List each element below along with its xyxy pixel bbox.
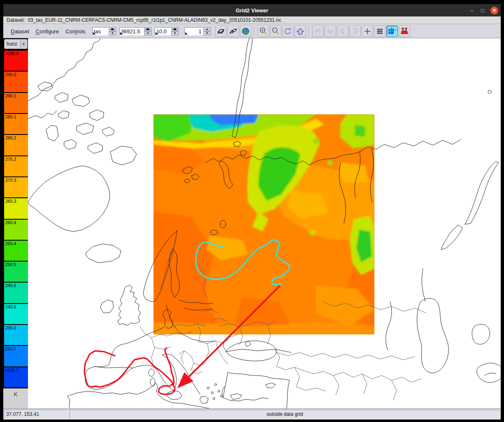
step-horizontal-icon[interactable]: ◀▶ [109,27,116,31]
home-button[interactable] [295,26,306,37]
step-down-icon[interactable]: ▼ [172,31,179,35]
step-down-icon[interactable]: ▼ [109,31,116,35]
page-up-button[interactable] [312,26,324,37]
zoom-out-icon [271,27,280,36]
colorbar-units-box: K [3,388,28,408]
colorbar-level: 270.3 [4,177,28,197]
rotate-button[interactable] [282,26,294,37]
zoom-out-button[interactable] [270,26,281,37]
colorbar-level: 295.0 [4,72,28,92]
left-panel: horiz ▼ >295.0295.0290.1285.1280.2275.22… [3,38,28,408]
frame-spinner[interactable]: ▲▼ [204,27,211,35]
dataset-bar: Dataset: 03_tas_EUR-11_CNRM-CERFACS-CNRM… [3,16,501,24]
colorbar-level: 290.1 [4,93,28,113]
colorbar-level-label: >295.0 [5,51,19,56]
variable-stepper[interactable]: ◀▶▼ [109,27,116,35]
page-down-button[interactable] [325,26,336,37]
frame-field[interactable]: 1 [184,27,203,35]
level-stepper[interactable]: ◀▶▼ [172,27,179,35]
time-field[interactable]: 36921.5 [119,27,144,35]
time-stepper[interactable]: ◀▶▼ [144,27,151,35]
colorbar-level-label: 255.4 [5,241,16,246]
close-button[interactable]: ✕ [490,7,498,14]
icon-bar [215,26,411,37]
colorbar-level-label: 250.5 [5,262,16,267]
toolbar: DatasetConfigureControls tas ◀▶▼ 36921.5… [3,24,501,38]
animation-robot-button[interactable] [399,26,410,37]
app-window: Grid2 Viewer – □ ✕ Dataset: 03_tas_EUR-1… [3,4,501,420]
window-title: Grid2 Viewer [3,7,501,14]
colorbar-level-label: 260.4 [5,220,16,225]
colorbar-level: 265.3 [4,198,28,218]
colorbar-level-label: 295.0 [5,72,16,77]
horizontal-plane-icon [217,27,225,35]
maximize-button[interactable]: □ [480,7,485,14]
horizontal-plane-button[interactable] [215,26,227,37]
variable-field-group: tas ◀▶▼ [92,27,116,35]
variable-field[interactable]: tas [92,27,109,35]
frame-field-group: 1 ▲▼ [184,27,211,35]
map-canvas[interactable] [28,38,501,408]
colorbar-level: 245.5 [4,283,28,303]
page-left-button[interactable] [337,26,348,37]
menu-bar: DatasetConfigureControls [7,28,89,35]
zoom-in-button[interactable] [258,26,269,37]
grid-icon [375,27,384,36]
add-button[interactable] [362,26,373,37]
chevron-down-icon[interactable]: ▼ [20,40,27,48]
view-mode-dropdown[interactable]: horiz ▼ [4,39,28,49]
grid-button[interactable] [374,26,386,37]
view-mode-value: horiz [5,41,20,47]
colormap-editor-icon [388,27,397,36]
colorbar-level-label: 270.3 [5,178,16,183]
dataset-filename: 03_tas_EUR-11_CNRM-CERFACS-CNRM-CM5_rcp8… [28,17,281,23]
home-icon [296,27,305,36]
colorbar-level-label: 265.3 [5,199,16,204]
menu-configure[interactable]: Configure [33,27,62,36]
cursor-coordinates: 37.077, 153.41 [4,410,68,419]
colormap-editor-button[interactable] [386,26,398,37]
colorbar-level: 255.4 [4,241,28,261]
page-right-button[interactable] [349,26,361,37]
colorbar-level-label: 280.2 [5,135,16,140]
window-controls: – □ ✕ [469,4,498,16]
colorbar-level: 280.2 [4,135,28,155]
globe-icon [242,27,250,35]
colorbar-level-label: 285.1 [5,114,16,119]
zoom-in-icon [259,27,268,36]
colorbar-level-label: 245.5 [5,283,16,288]
step-horizontal-icon[interactable]: ◀▶ [172,27,179,31]
spin-down-icon[interactable]: ▼ [204,31,211,35]
add-icon [363,27,372,36]
minimize-button[interactable]: – [469,7,475,14]
map-svg [28,38,501,408]
menu-controls[interactable]: Controls [62,27,88,36]
colorbar-level-label: 230.7 [5,346,16,351]
page-right-icon [351,27,360,36]
colorbar-level: 250.5 [4,262,28,282]
step-down-icon[interactable]: ▼ [144,31,151,35]
level-field[interactable]: 10,0 [155,27,171,35]
colorbar-level: 285.1 [4,114,28,134]
title-bar[interactable]: Grid2 Viewer – □ ✕ [3,4,501,16]
menu-dataset[interactable]: Dataset [7,27,33,36]
colorbar-level: 235.6 [4,325,28,345]
colorbar-level: >295.0 [4,51,28,71]
step-horizontal-icon[interactable]: ◀▶ [144,27,151,31]
colorbar-level-label: 275.2 [5,157,16,162]
stacked-planes-button[interactable] [228,26,239,37]
colorbar: >295.0295.0290.1285.1280.2275.2270.3265.… [3,50,28,387]
spin-up-icon[interactable]: ▲ [204,27,211,31]
colorbar-level: 240.6 [4,304,28,324]
level-field-group: 10,0 ◀▶▼ [155,27,179,35]
colorbar-level: 230.7 [4,346,28,366]
status-message: outside data grid [70,410,500,419]
colorbar-level: 275.2 [4,156,28,176]
globe-button[interactable] [240,26,251,37]
red-region-outline [84,348,175,394]
time-field-group: 36921.5 ◀▶▼ [119,27,151,35]
rotate-icon [283,27,293,36]
stacked-planes-icon [229,27,237,35]
colorbar-level: 260.4 [4,220,28,240]
colorbar-level-label: <225.7 [5,368,19,373]
